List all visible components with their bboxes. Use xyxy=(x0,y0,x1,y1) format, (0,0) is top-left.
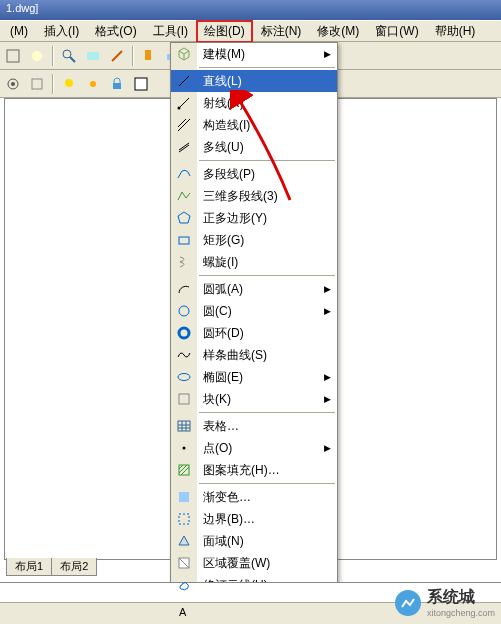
cube-icon xyxy=(171,43,197,65)
menu-3[interactable]: 工具(I) xyxy=(145,20,196,43)
svg-text:A: A xyxy=(179,606,187,618)
color-icon[interactable] xyxy=(130,73,152,95)
menu-item-circle[interactable]: 圆(C)▶ xyxy=(171,300,337,322)
separator xyxy=(132,46,134,66)
menu-item-hatch[interactable]: 图案填充(H)… xyxy=(171,459,337,481)
svg-rect-37 xyxy=(179,514,189,524)
tool-icon[interactable] xyxy=(82,45,104,67)
sun-icon[interactable] xyxy=(82,73,104,95)
svg-rect-25 xyxy=(179,394,189,404)
menu-item-label: 螺旋(I) xyxy=(197,254,337,271)
menu-item-label: 块(K) xyxy=(197,391,324,408)
menu-8[interactable]: 帮助(H) xyxy=(427,20,484,43)
region-icon xyxy=(171,530,197,552)
menu-7[interactable]: 窗口(W) xyxy=(367,20,426,43)
menu-2[interactable]: 格式(O) xyxy=(87,20,144,43)
svg-rect-12 xyxy=(113,83,121,89)
ray-icon xyxy=(171,92,197,114)
menu-item-rect[interactable]: 矩形(G) xyxy=(171,229,337,251)
menu-6[interactable]: 修改(M) xyxy=(309,20,367,43)
separator xyxy=(52,46,54,66)
svg-line-3 xyxy=(70,57,75,62)
menu-item-table[interactable]: 表格… xyxy=(171,415,337,437)
menu-1[interactable]: 插入(I) xyxy=(36,20,87,43)
tool-icon[interactable] xyxy=(26,73,48,95)
svg-point-31 xyxy=(183,447,186,450)
menu-item-mline[interactable]: 多线(U) xyxy=(171,136,337,158)
submenu-arrow-icon: ▶ xyxy=(324,306,337,316)
menu-item-label: 图案填充(H)… xyxy=(197,462,337,479)
submenu-arrow-icon: ▶ xyxy=(324,49,337,59)
watermark-logo-icon xyxy=(395,590,421,616)
menu-4[interactable]: 绘图(D) xyxy=(196,20,253,43)
menu-item-helix[interactable]: 螺旋(I) xyxy=(171,251,337,273)
menu-item-spline[interactable]: 样条曲线(S) xyxy=(171,344,337,366)
ellipse-icon xyxy=(171,366,197,388)
menu-item-label: 点(O) xyxy=(197,440,324,457)
menu-item-label: 区域覆盖(W) xyxy=(197,555,337,572)
menu-item-label: 圆弧(A) xyxy=(197,281,324,298)
svg-line-15 xyxy=(179,98,189,108)
menu-item-polygon[interactable]: 正多边形(Y) xyxy=(171,207,337,229)
paint-icon[interactable] xyxy=(138,45,160,67)
polygon-icon xyxy=(171,207,197,229)
gear-icon[interactable] xyxy=(2,73,24,95)
menu-item-donut[interactable]: 圆环(D) xyxy=(171,322,337,344)
menu-item-3dpoly[interactable]: 三维多段线(3) xyxy=(171,185,337,207)
svg-point-24 xyxy=(178,374,190,381)
svg-point-11 xyxy=(90,81,96,87)
donut-icon xyxy=(171,322,197,344)
svg-line-34 xyxy=(179,465,187,473)
menu-item-pline[interactable]: 多段线(P) xyxy=(171,163,337,185)
menu-item-ellipse[interactable]: 椭圆(E)▶ xyxy=(171,366,337,388)
text-icon: A xyxy=(171,601,197,623)
bulb-icon[interactable] xyxy=(58,73,80,95)
layout-tabs: 布局1布局2 xyxy=(6,558,96,576)
watermark-text: 系统城 xyxy=(427,587,495,608)
menu-item-gradient[interactable]: 渐变色… xyxy=(171,486,337,508)
block-icon xyxy=(171,388,197,410)
menu-separator xyxy=(199,483,335,484)
svg-rect-5 xyxy=(145,50,151,60)
tool-icon[interactable] xyxy=(2,45,24,67)
svg-rect-26 xyxy=(178,421,190,431)
menu-item-ray[interactable]: 射线(R) xyxy=(171,92,337,114)
spline-icon xyxy=(171,344,197,366)
submenu-arrow-icon: ▶ xyxy=(324,394,337,404)
menu-item-cube[interactable]: 建模(M)▶ xyxy=(171,43,337,65)
menu-0[interactable]: (M) xyxy=(2,21,36,41)
helix-icon xyxy=(171,251,197,273)
menu-item-label: 射线(R) xyxy=(197,95,337,112)
mline-icon xyxy=(171,136,197,158)
svg-line-18 xyxy=(178,119,186,127)
menu-item-xline[interactable]: 构造线(I) xyxy=(171,114,337,136)
menu-item-label: 矩形(G) xyxy=(197,232,337,249)
menu-item-wipeout[interactable]: 区域覆盖(W) xyxy=(171,552,337,574)
search-icon[interactable] xyxy=(58,45,80,67)
lock-icon[interactable] xyxy=(106,73,128,95)
layout-tab[interactable]: 布局1 xyxy=(6,558,52,576)
3dpoly-icon xyxy=(171,185,197,207)
menu-item-arc[interactable]: 圆弧(A)▶ xyxy=(171,278,337,300)
menu-5[interactable]: 标注(N) xyxy=(253,20,310,43)
table-icon xyxy=(171,415,197,437)
menu-item-block[interactable]: 块(K)▶ xyxy=(171,388,337,410)
menu-item-point[interactable]: 点(O)▶ xyxy=(171,437,337,459)
submenu-arrow-icon: ▶ xyxy=(324,443,337,453)
tool-icon[interactable] xyxy=(106,45,128,67)
draw-menu-dropdown: 建模(M)▶直线(L)射线(R)构造线(I)多线(U)多段线(P)三维多段线(3… xyxy=(170,42,338,624)
line-icon xyxy=(171,70,197,92)
menu-item-boundary[interactable]: 边界(B)… xyxy=(171,508,337,530)
menu-item-label: 圆环(D) xyxy=(197,325,337,342)
gradient-icon xyxy=(171,486,197,508)
menu-separator xyxy=(199,160,335,161)
menu-item-line[interactable]: 直线(L) xyxy=(171,70,337,92)
menu-item-label: 表格… xyxy=(197,418,337,435)
hatch-icon xyxy=(171,459,197,481)
tool-icon[interactable] xyxy=(26,45,48,67)
layout-tab[interactable]: 布局2 xyxy=(51,558,97,576)
svg-line-33 xyxy=(179,465,183,469)
circle-icon xyxy=(171,300,197,322)
menu-item-region[interactable]: 面域(N) xyxy=(171,530,337,552)
svg-point-22 xyxy=(179,306,189,316)
